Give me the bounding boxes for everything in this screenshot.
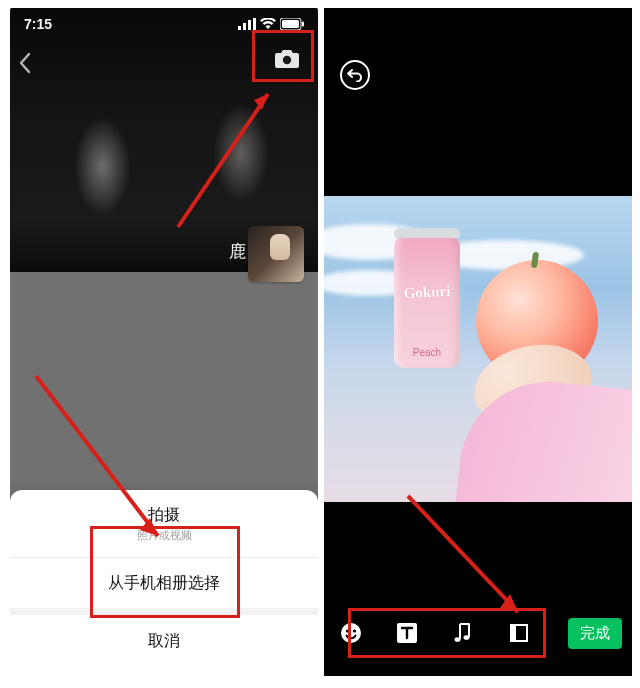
undo-icon bbox=[347, 68, 363, 82]
svg-rect-2 bbox=[248, 20, 251, 30]
done-button[interactable]: 完成 bbox=[568, 618, 622, 649]
can-brand-text: Gokuri bbox=[394, 282, 461, 302]
svg-rect-5 bbox=[282, 20, 299, 28]
sticker-button[interactable] bbox=[334, 616, 368, 650]
svg-point-12 bbox=[341, 623, 361, 643]
svg-rect-0 bbox=[238, 26, 241, 30]
done-button-label: 完成 bbox=[580, 624, 610, 641]
svg-rect-3 bbox=[253, 18, 256, 30]
svg-point-14 bbox=[353, 629, 356, 632]
music-note-icon bbox=[452, 621, 474, 645]
sheet-gallery-label: 从手机相册选择 bbox=[108, 574, 220, 591]
editor-toolbar: 完成 bbox=[324, 616, 632, 650]
sheet-cancel[interactable]: 取消 bbox=[10, 615, 318, 676]
video-preview[interactable]: Gokuri Peach bbox=[324, 196, 632, 502]
undo-button[interactable] bbox=[340, 60, 370, 90]
can-flavor-text: Peach bbox=[394, 347, 460, 358]
left-screenshot: 7:15 鹿 拍摄 照片或视频 从手 bbox=[10, 8, 318, 676]
drink-can-decor: Gokuri Peach bbox=[394, 236, 460, 368]
crop-button[interactable] bbox=[502, 616, 536, 650]
svg-rect-6 bbox=[302, 22, 304, 27]
svg-point-17 bbox=[464, 635, 470, 640]
sheet-capture[interactable]: 拍摄 照片或视频 bbox=[10, 490, 318, 557]
crop-icon bbox=[508, 622, 530, 644]
text-icon bbox=[396, 622, 418, 644]
annotation-arrow-toolbar bbox=[400, 488, 540, 628]
music-button[interactable] bbox=[446, 616, 480, 650]
battery-icon bbox=[280, 18, 304, 30]
svg-rect-1 bbox=[243, 23, 246, 30]
status-time: 7:15 bbox=[24, 16, 52, 32]
svg-point-13 bbox=[346, 629, 349, 632]
avatar[interactable] bbox=[248, 226, 304, 282]
profile-name: 鹿 bbox=[229, 240, 246, 263]
camera-icon bbox=[274, 48, 300, 70]
sheet-gallery[interactable]: 从手机相册选择 bbox=[10, 558, 318, 608]
svg-point-7 bbox=[283, 56, 291, 64]
wifi-icon bbox=[260, 18, 276, 30]
svg-point-16 bbox=[455, 637, 461, 642]
sheet-capture-label: 拍摄 bbox=[148, 506, 180, 523]
svg-rect-19 bbox=[511, 625, 516, 641]
svg-marker-21 bbox=[500, 594, 518, 612]
right-screenshot: Gokuri Peach bbox=[324, 8, 632, 676]
signal-icon bbox=[238, 18, 256, 30]
sheet-capture-subtitle: 照片或视频 bbox=[10, 528, 318, 543]
text-button[interactable] bbox=[390, 616, 424, 650]
svg-line-20 bbox=[408, 496, 518, 612]
back-chevron-icon[interactable] bbox=[18, 52, 32, 78]
sheet-cancel-label: 取消 bbox=[148, 632, 180, 649]
smiley-icon bbox=[339, 621, 363, 645]
status-bar: 7:15 bbox=[10, 12, 318, 36]
camera-button[interactable] bbox=[274, 48, 300, 74]
action-sheet: 拍摄 照片或视频 从手机相册选择 取消 bbox=[10, 490, 318, 676]
